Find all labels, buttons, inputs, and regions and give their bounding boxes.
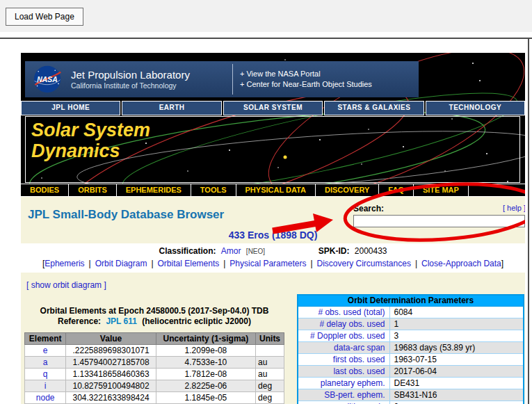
org-name: Jet Propulsion Laboratory (71, 69, 225, 81)
column-header: Element (25, 333, 66, 345)
menu-item[interactable]: TOOLS (191, 184, 236, 196)
parameter-label[interactable]: condition code (298, 401, 389, 404)
orbital-elements-title: Orbital Elements at Epoch 2458000.5 (201… (24, 306, 284, 316)
uncertainty-cell: 1.2099e-08 (156, 345, 255, 357)
section-link[interactable]: Ephemeris (45, 259, 84, 268)
search-input[interactable] (353, 215, 525, 227)
element-cell: node (25, 392, 66, 404)
parameter-value: 19683 days (53.89 yr) (389, 341, 524, 353)
element-cell: q (25, 369, 66, 380)
parameter-label[interactable]: last obs. used (298, 365, 389, 377)
units-cell: deg (256, 380, 284, 392)
section-link[interactable]: Orbital Elements (158, 259, 220, 268)
reference-link[interactable]: JPL 611 (106, 316, 136, 326)
menu-item[interactable]: SITE MAP (414, 184, 469, 196)
top-nav-tab[interactable]: JPL HOME (21, 101, 120, 115)
section-link[interactable]: Close-Approach Data (421, 259, 501, 268)
orbit-determination-title: Orbit Determination Parameters (298, 295, 524, 306)
top-nav-tab[interactable]: EARTH (122, 101, 221, 115)
element-cell: e (25, 345, 66, 357)
orbital-element-row: a1.4579400271857084.7533e-10au (25, 357, 284, 369)
orbit-determination-row: data-arc span19683 days (53.89 yr) (298, 341, 524, 353)
element-link[interactable]: e (43, 346, 48, 355)
orbit-determination-row: planetary ephem.DE431 (298, 377, 524, 389)
table-header-row: ElementValueUncertainty (1-sigma)Units (25, 333, 284, 345)
column-header: Units (256, 333, 284, 345)
menu-item[interactable]: EPHEMERIDES (117, 184, 191, 196)
parameter-label[interactable]: # Doppler obs. used (298, 330, 389, 341)
site-header: NASA Jet Propulsion Laboratory Californi… (21, 53, 525, 197)
element-link[interactable]: a (43, 357, 48, 367)
parameter-label[interactable]: SB-pert. ephem. (298, 389, 389, 401)
classification-link[interactable]: Amor (221, 246, 241, 256)
orbital-elements-block: Orbital Elements at Epoch 2458000.5 (201… (24, 306, 284, 404)
orbit-determination-row: condition code0 (298, 401, 524, 404)
link-separator: | (89, 259, 91, 268)
top-nav-tab[interactable]: TECHNOLOGY (426, 101, 525, 115)
nasa-header-link[interactable]: + View the NASA Portal (240, 69, 396, 79)
link-separator: | (415, 259, 417, 268)
top-nav-tab[interactable]: SOLAR SYSTEM (223, 101, 323, 115)
help-link[interactable]: [ help ] (503, 204, 525, 213)
show-orbit-diagram-link[interactable]: [ show orbit diagram ] (26, 280, 106, 290)
orbit-determination-row: # obs. used (total)6084 (298, 306, 524, 318)
value-cell: 10.82759100494802 (66, 380, 156, 392)
link-separator: | (151, 259, 153, 268)
app-window: Load Web Page (0, 0, 532, 404)
element-link[interactable]: node (36, 393, 55, 403)
parameter-label[interactable]: # delay obs. used (298, 318, 389, 330)
units-cell (256, 345, 284, 357)
menu-item[interactable]: BODIES (21, 184, 69, 196)
banner-title-line2: Dynamics (31, 140, 150, 161)
column-header: Uncertainty (1-sigma) (156, 333, 255, 345)
orbit-determination-row: SB-pert. ephem.SB431-N16 (298, 389, 524, 401)
load-web-page-button[interactable]: Load Web Page (6, 8, 83, 26)
section-links: [Ephemeris|Orbit Diagram|Orbital Element… (21, 259, 525, 268)
units-cell: deg (256, 392, 284, 404)
parameter-label[interactable]: # obs. used (total) (298, 306, 389, 318)
value-cell: .2225889698301071 (66, 345, 156, 357)
menu-item[interactable]: FAQ (379, 184, 414, 196)
orbit-determination-row: first obs. used1963-07-15 (298, 353, 524, 365)
section-link[interactable]: Physical Parameters (229, 259, 306, 268)
nasa-logo[interactable]: NASA (31, 64, 64, 95)
orbital-element-row: q1.1334186584603631.7812e-08au (25, 369, 284, 380)
section-link[interactable]: Discovery Circumstances (317, 259, 411, 268)
uncertainty-cell: 1.1845e-05 (156, 392, 255, 404)
classification-label: Classification: (159, 246, 216, 256)
value-cell: 304.3221633898424 (66, 392, 156, 404)
web-page: NASA Jet Propulsion Laboratory Californi… (21, 53, 525, 404)
element-link[interactable]: i (45, 381, 47, 391)
spkid-value: 2000433 (355, 246, 387, 256)
window-divider (0, 38, 532, 39)
parameter-value: 1 (389, 318, 524, 330)
menu-item[interactable]: PHYSICAL DATA (236, 184, 316, 196)
page-content: JPL Small-Body Database Browser Search: … (21, 197, 525, 404)
uncertainty-cell: 4.7533e-10 (156, 357, 255, 369)
ssd-banner: Solar System Dynamics (25, 116, 520, 183)
svg-text:NASA: NASA (37, 76, 57, 83)
menu-item[interactable]: DISCOVERY (316, 184, 379, 196)
orbit-determination-table: Orbit Determination Parameters # obs. us… (297, 294, 524, 404)
search-label: Search: (353, 204, 384, 213)
nasa-links: + View the NASA Portal+ Center for Near-… (240, 69, 396, 90)
menu-item[interactable]: ORBITS (69, 184, 117, 196)
neo-tag: [NEO] (246, 248, 265, 255)
parameter-label[interactable]: data-arc span (298, 341, 389, 353)
parameter-label[interactable]: first obs. used (298, 353, 389, 365)
parameter-value: 0 (389, 401, 524, 404)
parameter-label[interactable]: planetary ephem. (298, 377, 389, 389)
section-link[interactable]: Orbit Diagram (95, 259, 147, 268)
element-link[interactable]: q (43, 369, 48, 379)
top-nav-tab[interactable]: STARS & GALAXIES (324, 101, 424, 115)
banner-title-line1: Solar System (31, 120, 150, 140)
banner-title: Solar System Dynamics (31, 120, 150, 161)
classification-row: Classification: Amor [NEO] SPK-ID: 20004… (21, 243, 525, 256)
parameter-value: SB431-N16 (389, 389, 524, 401)
site-menu-bar: BODIESORBITSEPHEMERIDESTOOLSPHYSICAL DAT… (21, 184, 525, 197)
reference-label: Reference: (58, 316, 101, 326)
parameter-value: 3 (389, 330, 524, 341)
uncertainty-cell: 2.8225e-06 (156, 380, 255, 392)
search-row: Search: [ help ] (353, 204, 525, 213)
nasa-header-link[interactable]: + Center for Near-Earth Object Studies (240, 79, 396, 90)
